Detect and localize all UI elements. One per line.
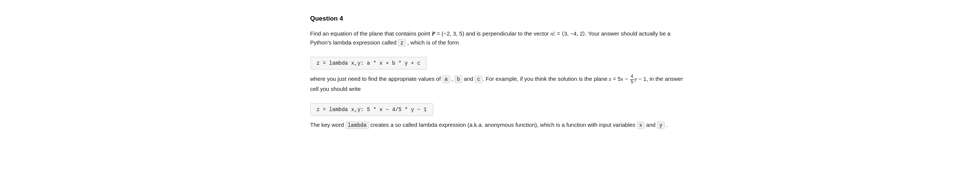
- paragraph2-before: where you just need to find the appropri…: [310, 76, 442, 82]
- paragraph-3: The key word lambda creates a so called …: [310, 120, 692, 130]
- paragraph-1: Find an equation of the plane that conta…: [310, 29, 692, 47]
- paragraph2-mid1: ,: [450, 76, 455, 82]
- frac-denominator: 5: [630, 80, 634, 84]
- paragraph-2: where you just need to find the appropri…: [310, 74, 692, 93]
- paragraph1-end: , which is of the form: [406, 39, 459, 46]
- paragraph2-mid2: and: [463, 76, 475, 82]
- code-block-1: z = lambda x,y: a * x + b * y + c: [310, 57, 427, 70]
- n-label: n⃗: [550, 31, 555, 36]
- z-eq: z = 5x −: [609, 76, 630, 82]
- n-value: ⟨3, −4, 2⟩: [562, 30, 585, 36]
- P-value: (−2, 3, 5): [441, 30, 464, 36]
- c-inline: c: [475, 76, 482, 83]
- P-label: P: [432, 31, 435, 36]
- question-title: Question 4: [310, 15, 692, 22]
- code-block-2: z = lambda x,y: 5 * x − 4/5 * y − 1: [310, 103, 433, 116]
- paragraph1-mid: and is perpendicular to the vector: [465, 30, 550, 36]
- x-inline: x: [637, 122, 644, 129]
- and-text: and: [646, 122, 655, 128]
- equals-sign: =: [437, 30, 441, 36]
- paragraph1-before-P: Find an equation of the plane that conta…: [310, 30, 432, 36]
- a-inline: a: [442, 76, 450, 83]
- lambda-inline: lambda: [345, 122, 369, 129]
- y-inline: y: [657, 122, 665, 129]
- z-inline-1: z: [398, 39, 406, 47]
- paragraph3-before: The key word: [310, 122, 345, 128]
- y-part: y − 1: [635, 76, 646, 82]
- b-inline: b: [455, 76, 462, 83]
- page-container: Question 4 Find an equation of the plane…: [265, 8, 715, 142]
- fraction-4-5: 45: [630, 74, 634, 84]
- n-equals: =: [555, 30, 562, 36]
- paragraph2-mid3: . For example, if you think the solution…: [482, 76, 609, 82]
- paragraph3-after: creates a so called lambda expression (a…: [369, 122, 637, 128]
- paragraph3-end: .: [665, 122, 668, 128]
- frac-numerator: 4: [630, 74, 634, 79]
